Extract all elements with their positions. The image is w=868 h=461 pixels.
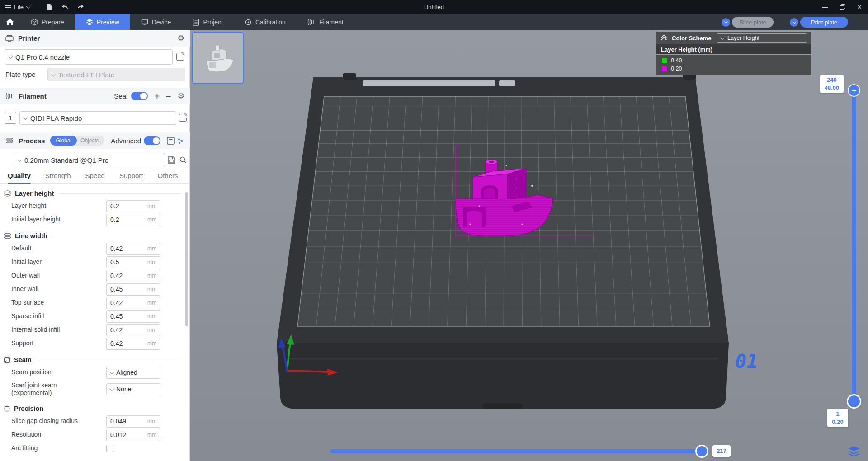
param-unit: mm <box>147 300 156 306</box>
param-input[interactable]: 0.42mm <box>106 338 160 350</box>
hamburger-menu-icon <box>5 5 11 9</box>
save-preset-button[interactable] <box>167 156 175 164</box>
param-tune-icon[interactable] <box>177 137 184 145</box>
divider <box>49 409 181 409</box>
layer-range-add-button[interactable]: + <box>848 84 860 97</box>
undo-button[interactable] <box>57 0 73 14</box>
param-label: Layer height <box>11 202 106 210</box>
color-scheme-select[interactable]: Layer Height <box>717 33 807 43</box>
layer-view-button[interactable] <box>846 444 862 459</box>
tab-speed[interactable]: Speed <box>85 171 105 183</box>
advanced-toggle[interactable] <box>144 136 160 145</box>
param-input[interactable]: 0.012mm <box>106 429 160 441</box>
tab-preview[interactable]: Preview <box>75 14 130 30</box>
add-filament-button[interactable]: + <box>154 92 160 101</box>
tab-strength[interactable]: Strength <box>45 171 71 183</box>
seal-toggle[interactable] <box>131 92 148 100</box>
divider <box>38 4 38 11</box>
param-row: Arc fitting <box>0 442 185 455</box>
param-select[interactable]: Aligned <box>106 367 160 379</box>
line-width-icon <box>4 233 11 239</box>
scope-global[interactable]: Global <box>50 136 77 146</box>
maximize-button[interactable] <box>834 0 851 14</box>
home-button[interactable] <box>0 14 20 30</box>
step-slider-track[interactable] <box>330 449 709 453</box>
color-scheme-panel: Color Scheme Layer Height Layer Height (… <box>656 32 811 75</box>
tab-device[interactable]: Device <box>130 14 182 30</box>
slice-dropdown-button[interactable] <box>722 18 730 27</box>
step-slider-handle[interactable] <box>695 445 708 458</box>
legend-value: 0.20 <box>671 66 682 72</box>
param-label: Support <box>11 339 106 348</box>
param-input[interactable]: 0.42mm <box>106 324 160 336</box>
close-button[interactable]: ✕ <box>851 0 868 14</box>
plate-thumbnail[interactable]: 1 <box>192 32 244 84</box>
build-plate-scene[interactable]: 01 <box>190 30 868 461</box>
slice-plate-button[interactable]: Slice plate <box>732 17 774 28</box>
filament-select[interactable]: QIDI PLA Rapido <box>19 111 176 125</box>
param-row: Default0.42mm <box>0 242 185 255</box>
printer-select[interactable]: Q1 Pro 0.4 nozzle <box>5 49 173 65</box>
restore-icon <box>840 4 845 10</box>
param-input[interactable]: 0.45mm <box>106 283 160 296</box>
process-icon <box>5 137 14 144</box>
param-row: Layer height0.2mm <box>0 199 185 213</box>
param-input[interactable]: 0.2mm <box>106 200 160 212</box>
redo-button[interactable] <box>73 0 88 14</box>
new-project-button[interactable] <box>42 0 57 14</box>
plate-type-select[interactable]: Textured PEI Plate <box>47 68 185 81</box>
tab-filament[interactable]: Filament <box>297 14 354 30</box>
param-list-icon[interactable] <box>167 137 175 145</box>
param-label: Default <box>11 245 106 253</box>
plate-thumbnail-benchy <box>200 44 236 74</box>
home-icon <box>6 18 14 26</box>
tab-calibration[interactable]: Calibration <box>234 14 297 30</box>
param-input[interactable]: 0.2mm <box>106 214 160 226</box>
print-plate-button[interactable]: Print plate <box>800 17 848 28</box>
param-label: Initial layer height <box>11 216 106 224</box>
param-input[interactable]: 0.049mm <box>106 415 160 428</box>
param-row: Sparse infill0.45mm <box>0 310 185 323</box>
main-tabbar: Prepare Preview Device Project <box>0 14 868 30</box>
scope-objects[interactable]: Objects <box>77 137 104 144</box>
param-row: Outer wall0.42mm <box>0 269 185 282</box>
printer-header-label: Printer <box>18 34 40 42</box>
param-input[interactable]: 0.45mm <box>106 310 160 323</box>
filament-edit-icon[interactable] <box>179 114 187 122</box>
param-select[interactable]: None <box>106 383 160 395</box>
param-input[interactable]: 0.42mm <box>106 243 160 255</box>
process-preset-select[interactable]: 0.20mm Standard @Q1 Pro <box>14 153 165 167</box>
titlebar: File Untitled — <box>0 0 868 14</box>
tab-project[interactable]: Project <box>182 14 234 30</box>
chevron-down-icon <box>110 386 114 391</box>
tab-support[interactable]: Support <box>119 171 143 183</box>
file-menu-button[interactable]: File <box>0 4 34 10</box>
remove-filament-button[interactable]: − <box>166 92 171 101</box>
layer-slider-handle[interactable] <box>847 394 861 409</box>
tab-prepare[interactable]: Prepare <box>20 14 75 30</box>
param-input[interactable]: 0.42mm <box>106 297 160 309</box>
param-row: Top surface0.42mm <box>0 296 185 310</box>
search-preset-button[interactable] <box>179 156 187 164</box>
param-input[interactable]: 0.5mm <box>106 256 160 268</box>
layer-slider-max-tooltip: 240 48.00 <box>820 75 844 93</box>
printer-settings-gear-icon[interactable]: ⚙ <box>178 34 184 42</box>
process-scope-toggle[interactable]: Global Objects <box>50 136 104 146</box>
param-checkbox[interactable] <box>106 445 113 452</box>
collapse-panel-icon[interactable] <box>661 35 667 41</box>
param-input[interactable]: 0.42mm <box>106 270 160 282</box>
print-dropdown-button[interactable] <box>790 18 798 27</box>
printer-edit-icon[interactable] <box>176 53 184 61</box>
viewport-3d[interactable]: 01 1 Color Scheme Layer Height <box>190 30 868 461</box>
layer-slider-track[interactable] <box>852 88 856 407</box>
filament-slot-number[interactable]: 1 <box>5 112 16 124</box>
param-row: Resolution0.012mm <box>0 428 185 442</box>
tab-quality[interactable]: Quality <box>8 171 31 183</box>
device-icon <box>141 19 148 26</box>
minimize-button[interactable]: — <box>816 0 834 14</box>
sidebar-scrollbar[interactable] <box>185 192 188 326</box>
plate-type-label: Plate type <box>5 71 36 78</box>
filament-settings-gear-icon[interactable]: ⚙ <box>178 92 184 100</box>
tab-others[interactable]: Others <box>158 171 178 183</box>
chevron-down-icon <box>18 157 22 162</box>
